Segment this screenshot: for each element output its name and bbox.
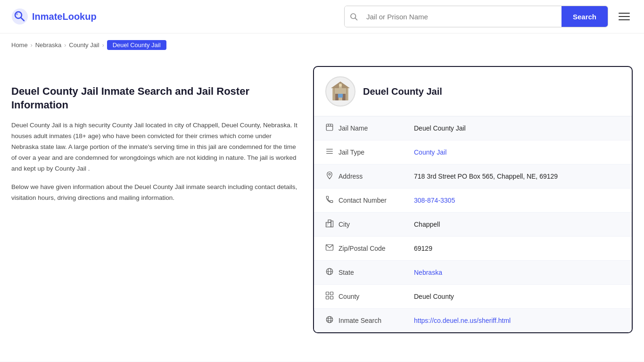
breadcrumb-active: Deuel County Jail <box>107 40 166 50</box>
info-card-title: Deuel County Jail <box>363 86 442 97</box>
state-value: Nebraska <box>414 269 620 276</box>
state-label: State <box>339 269 414 276</box>
address-label: Address <box>339 173 414 180</box>
info-row-county: County Deuel County <box>314 285 632 309</box>
info-card: Deuel County Jail Jail Name Deu <box>313 66 633 333</box>
inmate-search-link[interactable]: https://co.deuel.ne.us/sheriff.html <box>414 317 511 324</box>
jail-name-value: Deuel County Jail <box>414 124 620 132</box>
logo-text: InmateLookup <box>32 11 97 22</box>
svg-point-3 <box>16 13 18 15</box>
contact-label: Contact Number <box>339 197 414 204</box>
svg-rect-25 <box>331 221 333 227</box>
main-content: Deuel County Jail Inmate Search and Jail… <box>0 57 644 352</box>
jail-avatar <box>325 76 355 107</box>
info-row-inmate-search: Inmate Search https://co.deuel.ne.us/she… <box>314 309 632 332</box>
svg-rect-36 <box>330 296 333 299</box>
svg-rect-8 <box>342 94 346 100</box>
zip-icon <box>325 243 339 254</box>
city-label: City <box>339 221 414 228</box>
svg-rect-23 <box>326 222 331 227</box>
info-row-jail-type: Jail Type County Jail <box>314 140 632 165</box>
breadcrumb-chevron-1: › <box>31 42 33 49</box>
breadcrumb: Home › Nebraska › County Jail › Deuel Co… <box>0 33 644 57</box>
svg-rect-33 <box>326 292 329 295</box>
svg-point-37 <box>326 316 333 323</box>
jail-building-icon <box>329 80 352 103</box>
svg-rect-7 <box>335 94 339 100</box>
breadcrumb-chevron-3: › <box>102 42 104 49</box>
svg-rect-9 <box>338 94 343 98</box>
svg-rect-12 <box>333 88 335 100</box>
state-link[interactable]: Nebraska <box>414 269 442 276</box>
page-heading: Deuel County Jail Inmate Search and Jail… <box>11 85 299 112</box>
search-icon <box>345 6 363 27</box>
breadcrumb-home[interactable]: Home <box>11 41 28 49</box>
search-bar: Search <box>344 6 608 27</box>
info-row-contact: Contact Number 308-874-3305 <box>314 189 632 213</box>
state-icon <box>325 267 339 278</box>
svg-rect-34 <box>330 292 333 295</box>
svg-point-14 <box>339 84 342 87</box>
county-value: Deuel County <box>414 293 620 300</box>
info-row-zip: Zip/Postal Code 69129 <box>314 237 632 261</box>
county-icon <box>325 291 339 302</box>
breadcrumb-nebraska[interactable]: Nebraska <box>35 41 62 49</box>
city-value: Chappell <box>414 221 620 228</box>
description-paragraph-1: Deuel County Jail is a high security Cou… <box>11 120 299 174</box>
contact-link[interactable]: 308-874-3305 <box>414 197 455 204</box>
address-icon <box>325 171 339 181</box>
jail-type-value: County Jail <box>414 148 620 156</box>
left-column: Deuel County Jail Inmate Search and Jail… <box>11 66 313 333</box>
globe-icon <box>325 315 339 326</box>
county-label: County <box>339 293 414 300</box>
inmate-search-value: https://co.deuel.ne.us/sheriff.html <box>414 317 620 324</box>
svg-rect-15 <box>326 124 333 131</box>
info-row-jail-name: Jail Name Deuel County Jail <box>314 116 632 140</box>
jail-name-label: Jail Name <box>339 124 414 132</box>
jail-type-link[interactable]: County Jail <box>414 148 446 156</box>
logo[interactable]: InmateLookup <box>11 8 97 25</box>
svg-point-38 <box>328 316 331 323</box>
svg-point-0 <box>12 8 28 25</box>
info-row-city: City Chappell <box>314 213 632 237</box>
inmate-search-label: Inmate Search <box>339 317 414 324</box>
jail-name-icon <box>325 123 339 133</box>
hamburger-menu[interactable] <box>616 10 633 23</box>
header: InmateLookup Search <box>0 0 644 33</box>
info-row-state: State Nebraska <box>314 261 632 285</box>
description-paragraph-2: Below we have given information about th… <box>11 182 299 204</box>
svg-rect-13 <box>346 88 347 100</box>
right-column: Deuel County Jail Jail Name Deu <box>313 66 633 333</box>
header-right: Search <box>344 6 633 27</box>
city-icon <box>325 219 339 230</box>
search-input[interactable] <box>363 8 561 25</box>
info-row-address: Address 718 3rd Street PO Box 565, Chapp… <box>314 165 632 189</box>
address-value: 718 3rd Street PO Box 565, Chappell, NE,… <box>414 173 620 180</box>
svg-line-5 <box>355 18 357 20</box>
info-card-header: Deuel County Jail <box>314 67 632 116</box>
info-table: Jail Name Deuel County Jail Jail Type <box>314 116 632 332</box>
phone-icon <box>325 195 339 206</box>
jail-type-icon <box>325 147 339 157</box>
zip-label: Zip/Postal Code <box>339 245 414 252</box>
zip-value: 69129 <box>414 245 620 252</box>
search-button[interactable]: Search <box>561 6 608 27</box>
breadcrumb-chevron-2: › <box>64 42 66 49</box>
svg-point-22 <box>329 173 330 175</box>
svg-rect-24 <box>328 220 331 222</box>
jail-type-label: Jail Type <box>339 148 414 156</box>
logo-icon <box>11 8 28 25</box>
contact-value: 308-874-3305 <box>414 197 620 204</box>
svg-rect-35 <box>326 296 329 299</box>
breadcrumb-county-jail[interactable]: County Jail <box>69 41 99 49</box>
